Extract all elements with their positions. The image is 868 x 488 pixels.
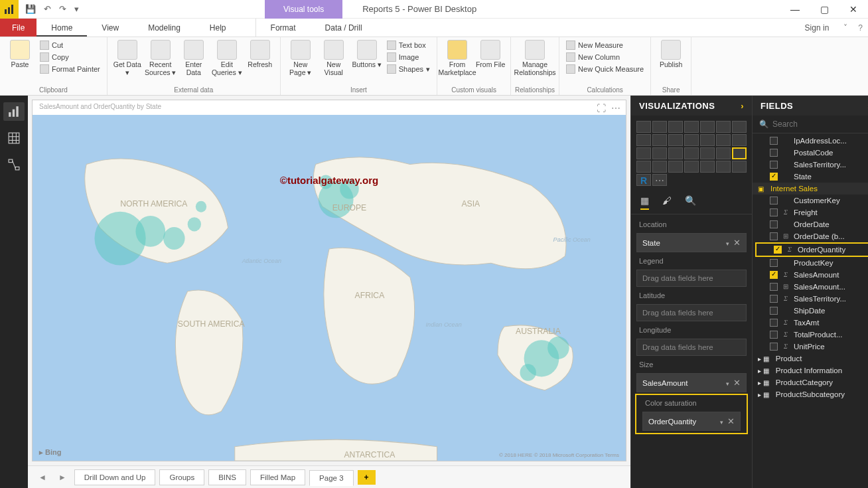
location-field-pill[interactable]: State▾✕ bbox=[636, 233, 747, 252]
modeling-tab[interactable]: Modeling bbox=[133, 19, 195, 37]
enter-data-button[interactable]: Enter Data bbox=[178, 39, 210, 76]
table-header[interactable]: ▸ ▦ProductSubcategory bbox=[753, 388, 868, 400]
expand-icon[interactable]: ▸ ▦ bbox=[758, 379, 769, 386]
new-measure-button[interactable]: New Measure bbox=[563, 40, 646, 50]
edit-queries-button[interactable]: Edit Queries ▾ bbox=[211, 39, 243, 76]
publish-button[interactable]: Publish bbox=[655, 39, 687, 69]
fields-search[interactable]: 🔍 bbox=[753, 116, 868, 133]
copy-button[interactable]: Copy bbox=[37, 52, 103, 62]
field-item[interactable]: ΣTotalProduct... bbox=[753, 329, 868, 341]
search-input[interactable] bbox=[772, 120, 868, 129]
field-checkbox[interactable] bbox=[774, 246, 782, 254]
field-item[interactable]: OrderDate bbox=[753, 218, 868, 230]
field-item[interactable]: CustomerKey bbox=[753, 195, 868, 206]
help-tab[interactable]: Help bbox=[195, 19, 241, 37]
paste-button[interactable]: Paste bbox=[4, 39, 36, 69]
viz-stacked-area-icon[interactable] bbox=[668, 134, 683, 146]
image-button[interactable]: Image bbox=[384, 52, 433, 62]
field-item[interactable]: ΣSalesAmount bbox=[753, 269, 868, 281]
model-view-button[interactable] bbox=[3, 155, 25, 174]
field-item[interactable]: PostalCode bbox=[753, 147, 868, 159]
new-column-button[interactable]: New Column bbox=[563, 52, 646, 62]
page-tab[interactable]: BINS bbox=[208, 469, 246, 485]
report-view-button[interactable] bbox=[3, 102, 25, 121]
remove-field-icon[interactable]: ✕ bbox=[733, 378, 741, 388]
cut-button[interactable]: Cut bbox=[37, 40, 103, 50]
page-tab[interactable]: Filled Map bbox=[250, 469, 305, 485]
expand-icon[interactable]: ▸ ▦ bbox=[758, 391, 769, 398]
viz-waterfall-icon[interactable] bbox=[732, 134, 747, 146]
format-painter-button[interactable]: Format Painter bbox=[37, 64, 103, 74]
save-icon[interactable]: 💾 bbox=[23, 3, 38, 15]
new-quick-measure-button[interactable]: New Quick Measure bbox=[563, 64, 646, 74]
field-item[interactable]: ⊞SalesAmount... bbox=[753, 281, 868, 293]
from-file-button[interactable]: From File bbox=[474, 39, 506, 69]
viz-stacked-bar-icon[interactable] bbox=[636, 121, 651, 133]
help-icon[interactable]: ? bbox=[853, 19, 868, 37]
field-checkbox[interactable] bbox=[770, 283, 778, 291]
file-tab[interactable]: File bbox=[0, 19, 36, 37]
table-header[interactable]: ▸ ▦ProductCategory bbox=[753, 376, 868, 388]
viz-100bar-icon[interactable] bbox=[732, 121, 747, 133]
viz-kpi-icon[interactable] bbox=[700, 161, 715, 173]
viz-pie-icon[interactable] bbox=[668, 147, 683, 159]
viz-combo-icon[interactable] bbox=[684, 134, 699, 146]
prev-page-icon[interactable]: ◄ bbox=[35, 473, 50, 482]
viz-line-icon[interactable] bbox=[636, 134, 651, 146]
redo-icon[interactable]: ↷ bbox=[56, 3, 69, 15]
field-checkbox[interactable] bbox=[770, 161, 778, 169]
field-checkbox[interactable] bbox=[770, 295, 778, 303]
table-header[interactable]: ▸ ▦Product Information bbox=[753, 365, 868, 376]
signin-link[interactable]: Sign in bbox=[796, 19, 839, 37]
minimize-button[interactable]: — bbox=[780, 0, 810, 19]
datadrill-tab[interactable]: Data / Drill bbox=[311, 19, 377, 37]
viz-matrix-icon[interactable] bbox=[716, 147, 731, 159]
textbox-button[interactable]: Text box bbox=[384, 40, 433, 50]
viz-r-icon[interactable]: R bbox=[636, 174, 651, 186]
color-saturation-field-pill[interactable]: OrderQuantity▾✕ bbox=[642, 412, 741, 431]
field-item[interactable]: ShipDate bbox=[753, 305, 868, 317]
field-item[interactable]: ΣUnitPrice bbox=[753, 341, 868, 353]
expand-icon[interactable]: ▣ bbox=[758, 185, 764, 193]
table-header[interactable]: ▸ ▦Product bbox=[753, 353, 868, 365]
viz-ribbon-icon[interactable] bbox=[716, 134, 731, 146]
analytics-tab-icon[interactable]: 🔍 bbox=[685, 195, 696, 210]
field-checkbox[interactable] bbox=[770, 343, 778, 351]
field-item[interactable]: ΣOrderQuantity bbox=[755, 242, 868, 257]
qat-more-icon[interactable]: ▾ bbox=[72, 3, 82, 15]
viz-map-icon[interactable] bbox=[732, 147, 747, 159]
refresh-button[interactable]: Refresh bbox=[244, 39, 276, 69]
field-checkbox[interactable] bbox=[770, 173, 778, 181]
new-page-button[interactable]: New Page ▾ bbox=[285, 39, 317, 76]
field-item[interactable]: ΣSalesTerritory... bbox=[753, 293, 868, 305]
focus-mode-icon[interactable]: ⛶ bbox=[597, 103, 606, 114]
viz-funnel-icon[interactable] bbox=[652, 147, 667, 159]
recent-sources-button[interactable]: Recent Sources ▾ bbox=[145, 39, 177, 76]
view-tab[interactable]: View bbox=[87, 19, 133, 37]
remove-field-icon[interactable]: ✕ bbox=[733, 238, 741, 248]
viz-clustered-bar-icon[interactable] bbox=[668, 121, 683, 133]
viz-column-icon[interactable] bbox=[700, 121, 715, 133]
collapse-pane-icon[interactable]: › bbox=[741, 101, 744, 111]
viz-stacked-column-icon[interactable] bbox=[684, 121, 699, 133]
field-checkbox[interactable] bbox=[770, 271, 778, 279]
new-visual-button[interactable]: New Visual bbox=[318, 39, 350, 76]
table-header[interactable]: ▣Internet Sales bbox=[753, 183, 868, 195]
field-checkbox[interactable] bbox=[770, 331, 778, 339]
viz-more-icon[interactable]: ⋯ bbox=[652, 174, 667, 186]
latitude-dropzone[interactable]: Drag data fields here bbox=[636, 304, 747, 321]
field-checkbox[interactable] bbox=[770, 197, 778, 204]
shapes-button[interactable]: Shapes ▾ bbox=[384, 64, 433, 74]
size-field-pill[interactable]: SalesAmount▾✕ bbox=[636, 373, 747, 392]
collapse-ribbon-icon[interactable]: ˅ bbox=[838, 19, 853, 37]
remove-field-icon[interactable]: ✕ bbox=[727, 416, 735, 426]
viz-multirow-icon[interactable] bbox=[684, 161, 699, 173]
viz-filled-map-icon[interactable] bbox=[636, 161, 651, 173]
data-view-button[interactable] bbox=[3, 129, 25, 147]
expand-icon[interactable]: ▸ ▦ bbox=[758, 355, 769, 363]
viz-gauge-icon[interactable] bbox=[652, 161, 667, 173]
format-tab-icon[interactable]: 🖌 bbox=[662, 195, 672, 210]
close-button[interactable]: ✕ bbox=[839, 0, 868, 19]
legend-dropzone[interactable]: Drag data fields here bbox=[636, 270, 747, 287]
field-item[interactable]: ProductKey bbox=[753, 257, 868, 269]
